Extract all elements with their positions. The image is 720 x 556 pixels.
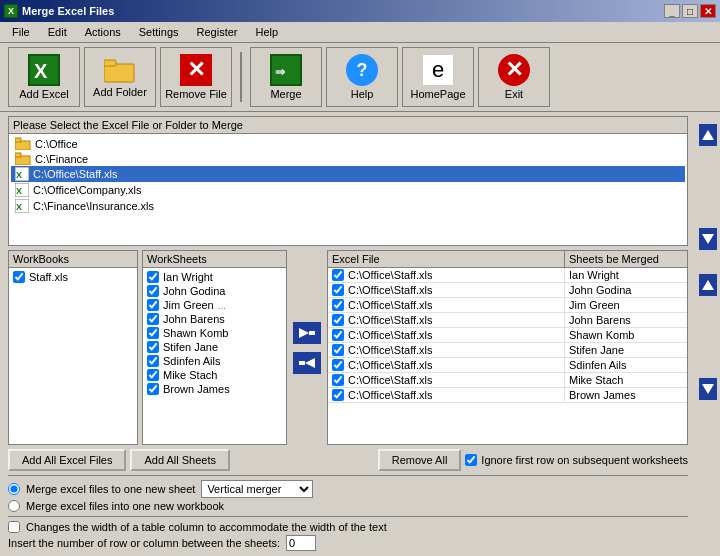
worksheets-body[interactable]: Ian Wright John Godina Jim Green ... Joh… xyxy=(143,268,286,444)
ws-checkbox-7[interactable] xyxy=(147,369,159,381)
homepage-button[interactable]: e HomePage xyxy=(402,47,474,107)
ws-checkbox-3[interactable] xyxy=(147,313,159,325)
cell-sheet-5: Stifen Jane xyxy=(565,343,687,357)
right-scroll-panel xyxy=(696,112,720,555)
add-all-excel-button[interactable]: Add All Excel Files xyxy=(8,449,126,471)
row-checkbox-2[interactable] xyxy=(332,299,344,311)
menu-actions[interactable]: Actions xyxy=(77,24,129,40)
panel-scroll-down[interactable] xyxy=(699,378,717,400)
file-item-4[interactable]: X C:\Finance\Insurance.xls xyxy=(11,198,685,214)
help-icon: ? xyxy=(346,54,378,86)
cell-file-2: C:\Office\Staff.xls xyxy=(328,298,565,312)
worksheet-item-8[interactable]: Brown James xyxy=(145,382,284,396)
file-scroll-down[interactable] xyxy=(699,228,717,250)
worksheet-item-4[interactable]: Shawn Komb xyxy=(145,326,284,340)
svg-text:X: X xyxy=(16,202,22,212)
table-row-5[interactable]: C:\Office\Staff.xls Stifen Jane xyxy=(328,343,687,358)
merge-button[interactable]: ⇒ Merge xyxy=(250,47,322,107)
row-checkbox-6[interactable] xyxy=(332,359,344,371)
merger-type-select[interactable]: Vertical merger Horizontal merger xyxy=(201,480,313,498)
remove-file-label: Remove File xyxy=(165,88,227,100)
table-row-3[interactable]: C:\Office\Staff.xls John Barens xyxy=(328,313,687,328)
file-item-2[interactable]: X C:\Office\Staff.xls xyxy=(11,166,685,182)
file-path-3: C:\Office\Company.xls xyxy=(33,184,141,196)
file-item-1[interactable]: C:\Finance xyxy=(11,151,685,166)
menu-file[interactable]: File xyxy=(4,24,38,40)
row-checkbox-3[interactable] xyxy=(332,314,344,326)
arrow-right-button[interactable] xyxy=(293,322,321,344)
ws-checkbox-4[interactable] xyxy=(147,327,159,339)
cell-sheet-0: Ian Wright xyxy=(565,268,687,282)
menu-help[interactable]: Help xyxy=(248,24,287,40)
worksheet-item-3[interactable]: John Barens xyxy=(145,312,284,326)
merge-radio-1[interactable] xyxy=(8,483,20,495)
main-area: Please Select the Excel File or Folder t… xyxy=(0,112,720,555)
minimize-button[interactable]: _ xyxy=(664,4,680,18)
ws-checkbox-2[interactable] xyxy=(147,299,159,311)
workbooks-body[interactable]: Staff.xls xyxy=(9,268,137,444)
exit-button[interactable]: ✕ Exit xyxy=(478,47,550,107)
ws-checkbox-1[interactable] xyxy=(147,285,159,297)
worksheet-item-2[interactable]: Jim Green ... xyxy=(145,298,284,312)
change-width-checkbox[interactable] xyxy=(8,521,20,533)
ignore-first-row-checkbox[interactable] xyxy=(465,454,477,466)
file-list-body[interactable]: C:\Office C:\Finance X C:\Office\Staff.x… xyxy=(9,134,687,242)
cell-file-8: C:\Office\Staff.xls xyxy=(328,388,565,402)
file-item-3[interactable]: X C:\Office\Company.xls xyxy=(11,182,685,198)
table-row-0[interactable]: C:\Office\Staff.xls Ian Wright xyxy=(328,268,687,283)
table-row-6[interactable]: C:\Office\Staff.xls Sdinfen Ails xyxy=(328,358,687,373)
arrow-left-button[interactable] xyxy=(293,352,321,374)
worksheet-item-5[interactable]: Stifen Jane xyxy=(145,340,284,354)
file-path-0: C:\Office xyxy=(35,138,78,150)
svg-rect-17 xyxy=(309,331,315,335)
worksheet-item-1[interactable]: John Godina xyxy=(145,284,284,298)
help-button[interactable]: ? Help xyxy=(326,47,398,107)
row-checkbox-7[interactable] xyxy=(332,374,344,386)
add-excel-button[interactable]: X Add Excel xyxy=(8,47,80,107)
table-row-8[interactable]: C:\Office\Staff.xls Brown James xyxy=(328,388,687,403)
table-row-1[interactable]: C:\Office\Staff.xls John Godina xyxy=(328,283,687,298)
ws-checkbox-5[interactable] xyxy=(147,341,159,353)
svg-marker-22 xyxy=(702,280,714,290)
workbook-checkbox-0[interactable] xyxy=(13,271,25,283)
menu-bar: File Edit Actions Settings Register Help xyxy=(0,22,720,43)
add-folder-button[interactable]: Add Folder xyxy=(84,47,156,107)
worksheet-item-0[interactable]: Ian Wright xyxy=(145,270,284,284)
insert-row-input[interactable] xyxy=(286,535,316,551)
table-row-4[interactable]: C:\Office\Staff.xls Shawn Komb xyxy=(328,328,687,343)
excel-file-icon: X xyxy=(15,199,29,213)
excel-icon: X xyxy=(28,54,60,86)
table-row-2[interactable]: C:\Office\Staff.xls Jim Green xyxy=(328,298,687,313)
maximize-button[interactable]: □ xyxy=(682,4,698,18)
remove-all-button[interactable]: Remove All xyxy=(378,449,462,471)
panel-scroll-up[interactable] xyxy=(699,274,717,296)
add-all-sheets-button[interactable]: Add All Sheets xyxy=(130,449,230,471)
menu-edit[interactable]: Edit xyxy=(40,24,75,40)
file-path-4: C:\Finance\Insurance.xls xyxy=(33,200,154,212)
menu-settings[interactable]: Settings xyxy=(131,24,187,40)
table-body[interactable]: C:\Office\Staff.xls Ian Wright C:\Office… xyxy=(328,268,687,444)
cell-sheet-2: Jim Green xyxy=(565,298,687,312)
ws-checkbox-6[interactable] xyxy=(147,355,159,367)
file-item-0[interactable]: C:\Office xyxy=(11,136,685,151)
row-checkbox-8[interactable] xyxy=(332,389,344,401)
close-button[interactable]: ✕ xyxy=(700,4,716,18)
table-row-7[interactable]: C:\Office\Staff.xls Mike Stach xyxy=(328,373,687,388)
menu-register[interactable]: Register xyxy=(189,24,246,40)
row-checkbox-0[interactable] xyxy=(332,269,344,281)
merge-option-1-row: Merge excel files to one new sheet Verti… xyxy=(8,480,688,498)
row-checkbox-1[interactable] xyxy=(332,284,344,296)
homepage-label: HomePage xyxy=(410,88,465,100)
worksheet-item-6[interactable]: Sdinfen Ails xyxy=(145,354,284,368)
workbook-item-0[interactable]: Staff.xls xyxy=(11,270,135,284)
merge-radio-2[interactable] xyxy=(8,500,20,512)
ws-checkbox-8[interactable] xyxy=(147,383,159,395)
col-sheets-merged: Sheets be Merged xyxy=(565,251,687,267)
row-checkbox-5[interactable] xyxy=(332,344,344,356)
ws-checkbox-0[interactable] xyxy=(147,271,159,283)
file-scroll-up[interactable] xyxy=(699,124,717,146)
remove-file-button[interactable]: ✕ Remove File xyxy=(160,47,232,107)
title-bar: X Merge Excel Files _ □ ✕ xyxy=(0,0,720,22)
row-checkbox-4[interactable] xyxy=(332,329,344,341)
worksheet-item-7[interactable]: Mike Stach xyxy=(145,368,284,382)
